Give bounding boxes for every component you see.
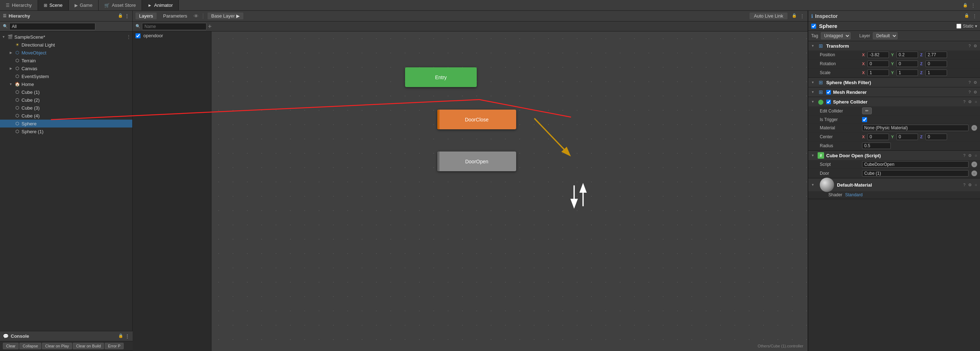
- layer-checkbox-opendoor[interactable]: [135, 33, 140, 38]
- edit-collider-button[interactable]: ✏: [862, 108, 872, 114]
- sc-settings-icon[interactable]: ⚙: [968, 100, 972, 104]
- sc-help-icon[interactable]: ?: [963, 100, 965, 104]
- base-layer-button[interactable]: Base Layer ▶: [208, 13, 243, 19]
- hierarchy-search-input[interactable]: [9, 23, 95, 30]
- animator-add-btn[interactable]: +: [208, 23, 212, 30]
- console-menu-dots[interactable]: ⋮: [125, 334, 130, 339]
- material-circle-btn[interactable]: ○: [975, 183, 977, 187]
- tag-dropdown[interactable]: Untagged: [821, 32, 851, 40]
- material-help-icon[interactable]: ?: [963, 183, 965, 187]
- tab-hierarchy[interactable]: ☰ Hierarchy: [0, 0, 38, 10]
- tree-item-cube3[interactable]: ⬡ Cube (3): [0, 104, 132, 112]
- animator-tab-parameters[interactable]: Parameters: [159, 13, 191, 19]
- console-clear-btn[interactable]: Clear: [3, 343, 19, 349]
- sc-circle-btn[interactable]: ○: [975, 100, 977, 104]
- console-clear-on-build-btn[interactable]: Clear on Build: [73, 343, 104, 349]
- hierarchy-menu-dots[interactable]: ⋮: [124, 13, 129, 19]
- obj-active-checkbox[interactable]: [811, 24, 816, 29]
- static-badge: Static ▾: [956, 24, 977, 29]
- transform-header[interactable]: ▼ ⊞ Transform ? ⚙: [808, 41, 980, 51]
- script-help-icon[interactable]: ?: [963, 153, 965, 158]
- layer-item-opendoor[interactable]: opendoor: [133, 32, 211, 40]
- tab-animator[interactable]: ► Animator: [142, 0, 179, 10]
- mesh-renderer-settings-icon[interactable]: ⚙: [974, 90, 977, 95]
- scale-z-input[interactable]: [926, 70, 947, 76]
- lock-icon: 🔒: [963, 3, 968, 8]
- state-node-entry[interactable]: Entry: [405, 67, 477, 87]
- mesh-renderer-enabled[interactable]: [826, 90, 831, 95]
- script-door-input[interactable]: [862, 170, 969, 176]
- layer-dropdown[interactable]: Default: [873, 32, 897, 40]
- pos-x-input[interactable]: [867, 52, 889, 58]
- script-script-picker[interactable]: ○: [971, 162, 977, 167]
- state-node-doorclose[interactable]: DoorClose: [437, 110, 516, 129]
- rot-x-input[interactable]: [867, 60, 889, 67]
- tree-item-cube4[interactable]: ⬡ Cube (4): [0, 112, 132, 120]
- is-trigger-checkbox[interactable]: [862, 117, 867, 122]
- tab-game[interactable]: ▶ Game: [69, 0, 99, 10]
- center-y-input[interactable]: [896, 133, 918, 140]
- sc-expand: ▼: [811, 100, 816, 103]
- script-door-picker[interactable]: ○: [971, 170, 977, 176]
- state-node-dooropen[interactable]: DoorOpen: [437, 151, 516, 171]
- sc-material-input[interactable]: [862, 125, 969, 131]
- tree-item-samplescene[interactable]: ▼ 🎬 SampleScene* ⋮: [0, 33, 132, 41]
- sphere-collider-header[interactable]: ▼ ⬤ Sphere Collider ? ⚙ ○: [808, 97, 980, 106]
- console-clear-on-play-btn[interactable]: Clear on Play: [42, 343, 72, 349]
- tree-item-terrain[interactable]: ⬡ Terrain: [0, 57, 132, 65]
- script-settings-icon[interactable]: ⚙: [968, 153, 972, 158]
- animator-visibility-icon[interactable]: 👁: [194, 13, 199, 19]
- sc-radius-input[interactable]: [862, 143, 891, 149]
- animator-menu-dots[interactable]: ⋮: [800, 13, 805, 19]
- script-script-input[interactable]: [862, 161, 969, 168]
- tree-item-cube2[interactable]: ⬡ Cube (2): [0, 96, 132, 104]
- scale-y-input[interactable]: [896, 70, 918, 76]
- sc-material-picker[interactable]: ○: [971, 125, 977, 131]
- tree-item-directional-light[interactable]: ☀ Directional Light: [0, 41, 132, 49]
- mo-label: MoveObject: [22, 50, 46, 56]
- material-settings-icon[interactable]: ⚙: [968, 183, 972, 187]
- static-dropdown-arrow[interactable]: ▾: [975, 24, 977, 29]
- script-circle-btn[interactable]: ○: [975, 153, 977, 158]
- mesh-filter-settings-icon[interactable]: ⚙: [974, 80, 977, 85]
- transform-settings-icon[interactable]: ⚙: [974, 44, 977, 48]
- mesh-filter-header[interactable]: ▼ ⊞ Sphere (Mesh Filter) ? ⚙: [808, 78, 980, 87]
- auto-live-link-button[interactable]: Auto Live Link: [749, 13, 788, 19]
- tab-scene[interactable]: ⊞ Scene: [38, 0, 69, 10]
- animator-tab-layers[interactable]: Layers: [135, 13, 157, 19]
- tree-item-sphere1[interactable]: ⬡ Sphere (1): [0, 127, 132, 135]
- tree-item-sphere[interactable]: ⬡ Sphere: [0, 120, 132, 127]
- tab-asset-store[interactable]: 🛒 Asset Store: [99, 0, 142, 10]
- inspector-menu-dots[interactable]: ⋮: [972, 13, 977, 19]
- sc-radius-row: Radius: [808, 141, 980, 151]
- console-collapse-btn[interactable]: Collapse: [19, 343, 41, 349]
- tree-item-home[interactable]: ▼ 🏠 Home: [0, 80, 132, 88]
- scale-x-input[interactable]: [867, 70, 889, 76]
- tree-item-eventsystem[interactable]: ⬡ EventSystem: [0, 72, 132, 80]
- tree-item-cube1[interactable]: ⬡ Cube (1): [0, 88, 132, 96]
- hierarchy-content: ▼ 🎬 SampleScene* ⋮ ☀ Directional Light ▶…: [0, 32, 132, 351]
- mesh-renderer-help-icon[interactable]: ?: [969, 90, 971, 95]
- scene-menu[interactable]: ⋮: [127, 34, 131, 40]
- script-header[interactable]: ▼ # Cube Door Open (Script) ? ⚙ ○: [808, 151, 980, 160]
- pos-z-input[interactable]: [926, 52, 947, 58]
- mesh-filter-help-icon[interactable]: ?: [969, 80, 971, 85]
- static-checkbox[interactable]: [956, 24, 961, 29]
- tree-item-moveobject[interactable]: ▶ ⬡ MoveObject: [0, 49, 132, 57]
- console-error-pause-btn[interactable]: Error P: [105, 343, 124, 349]
- material-header: ▼ Default-Material ? ⚙ ○: [808, 178, 980, 191]
- pos-y-input[interactable]: [896, 52, 918, 58]
- sc-enabled[interactable]: [826, 100, 831, 104]
- menu-dots[interactable]: ⋮: [971, 3, 976, 8]
- animator-name-search[interactable]: [142, 23, 207, 30]
- tree-item-canvas[interactable]: ▶ ⬡ Canvas: [0, 65, 132, 72]
- script-actions: ? ⚙ ○: [963, 153, 977, 158]
- center-x-input[interactable]: [867, 133, 889, 140]
- rot-z-input[interactable]: [926, 60, 947, 67]
- transform-help-icon[interactable]: ?: [969, 44, 971, 48]
- terrain-icon: ⬡: [14, 58, 20, 63]
- center-z-input[interactable]: [926, 133, 947, 140]
- rot-y-input[interactable]: [896, 60, 918, 67]
- animator-canvas[interactable]: Entry DoorClose DoorOpen Others/Cube (1)…: [212, 32, 808, 351]
- mesh-renderer-header[interactable]: ▼ ⊞ Mesh Renderer ? ⚙: [808, 87, 980, 97]
